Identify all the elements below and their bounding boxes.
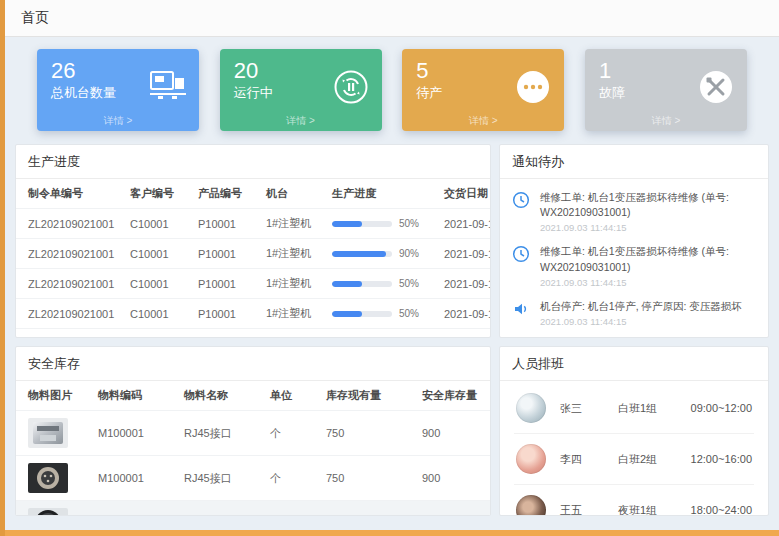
customer-no: C10001 [126,239,194,269]
production-progress-panel: 生产进度 制令单编号 客户编号 产品编号 机台 生产进度 交货日期 [15,144,491,338]
progress-label: 50% [399,278,419,289]
bottom-grid: 安全库存 物料图片 物料编码 物料名称 单位 库存现有量 安全库存量 [15,346,769,516]
col-header: 库存现有量 [322,381,418,411]
staff-shift: 白班2组 [618,452,690,467]
safety-stock-panel-title: 安全库存 [16,347,490,381]
material-name: RJ45接口 [180,456,266,501]
material-unit: 个 [266,456,322,501]
staff-schedule-list: 张三 白班1组 09:00~12:00 李四 白班2组 12:00~16:00 … [500,381,768,516]
progress-label: 50% [399,218,419,229]
order-no: ZL202109021001 [16,299,126,329]
staff-schedule-panel: 人员排班 张三 白班1组 09:00~12:00 李四 白班2组 12:00~1… [499,346,769,516]
stock-qty: 750 [322,456,418,501]
stat-detail-link[interactable]: 详情 > [37,114,199,128]
notification-text: 维修工单: 机台1变压器损坏待维修 (单号: WX202109031001) [540,244,756,274]
order-no: ZL202109021001 [16,239,126,269]
col-header: 客户编号 [126,179,194,209]
notification-time: 2021.09.03 11:44:15 [540,316,742,327]
staff-name: 王五 [560,503,618,517]
customer-no: C10001 [126,269,194,299]
window-left-edge [0,0,5,536]
stock-qty: 750 [322,411,418,456]
machine: 1#注塑机 [262,239,328,269]
progress-bar [332,281,392,287]
delivery-date: 2021-09-10 [440,209,491,239]
material-name: RJ45接口 [180,411,266,456]
stock-qty: 750 [322,501,418,517]
notification-item[interactable]: 机台停产: 机台1停产, 停产原因: 变压器损坏 2021.09.03 11:4… [510,293,758,332]
safety-stock-table: 物料图片 物料编码 物料名称 单位 库存现有量 安全库存量 [16,381,491,516]
stat-card-running[interactable]: 20 运行中 详情 > [220,49,382,131]
staff-name: 李四 [560,452,618,467]
clock-icon [512,190,532,233]
notification-item[interactable]: 计划暂停: 机台1生产计划已暂停 2021.09.03 11:44:15 [510,332,758,338]
col-header: 物料名称 [180,381,266,411]
rj45-connector-photo [28,418,68,448]
product-no: P10001 [194,239,262,269]
stat-card-pending[interactable]: 5 待产 详情 > [402,49,564,131]
running-icon [333,69,369,105]
stat-detail-link[interactable]: 详情 > [585,114,747,128]
progress-label: 50% [399,308,419,319]
top-grid: 生产进度 制令单编号 客户编号 产品编号 机台 生产进度 交货日期 [15,144,769,338]
delivery-date: 2021-09-10 [440,299,491,329]
col-header: 单位 [266,381,322,411]
speaker-photo [28,508,68,516]
avatar [516,495,546,516]
table-header-row: 物料图片 物料编码 物料名称 单位 库存现有量 安全库存量 [16,381,491,411]
round-connector-photo [28,463,68,493]
notification-time: 2021.09.03 11:44:15 [540,222,756,233]
stat-detail-link[interactable]: 详情 > [402,114,564,128]
table-row: ZL202109021001 C10001 P10001 1#注塑机 50% 2… [16,299,491,329]
product-no: P10001 [194,299,262,329]
order-no: ZL202109021001 [16,329,126,339]
progress-bar [332,221,392,227]
product-no: P10001 [194,209,262,239]
notification-text: 维修工单: 机台1变压器损坏待维修 (单号: WX202109031001) [540,190,756,220]
col-header: 制令单编号 [16,179,126,209]
progress-bar [332,311,392,317]
safety-stock-panel: 安全库存 物料图片 物料编码 物料名称 单位 库存现有量 安全库存量 [15,346,491,516]
speaker-icon [512,299,532,327]
notification-text: 机台停产: 机台1停产, 停产原因: 变压器损坏 [540,299,742,314]
machine-icon [150,69,186,105]
table-row: M100001 RJ45接口 个 750 900 [16,456,491,501]
customer-no: C10001 [126,329,194,339]
notification-item[interactable]: 维修工单: 机台1变压器损坏待维修 (单号: WX202109031001) 2… [510,184,758,238]
notifications-list: 维修工单: 机台1变压器损坏待维修 (单号: WX202109031001) 2… [500,179,768,338]
safety-qty: 900 [418,456,491,501]
col-header: 安全库存量 [418,381,491,411]
table-row: ZL202109021001 C10001 P10001 1#注塑机 50% 2… [16,209,491,239]
stat-card-total-machines[interactable]: 26 总机台数量 详情 > [37,49,199,131]
production-table: 制令单编号 客户编号 产品编号 机台 生产进度 交货日期 ZL202109021… [16,179,491,338]
fault-tools-icon [698,69,734,105]
machine: 1#注塑机 [262,209,328,239]
machine: 1#注塑机 [262,269,328,299]
staff-name: 张三 [560,401,618,416]
window-bottom-edge [0,530,779,536]
col-header: 产品编号 [194,179,262,209]
staff-time: 09:00~12:00 [690,402,752,414]
delivery-date: 2021-09-10 [440,329,491,339]
machine: 1#注塑机 [262,299,328,329]
col-header: 机台 [262,179,328,209]
stat-card-fault[interactable]: 1 故障 详情 > [585,49,747,131]
avatar [516,393,546,423]
material-code: M100001 [94,411,180,456]
staff-schedule-panel-title: 人员排班 [500,347,768,381]
table-row: ZL202109021001 C10001 P10001 1#注塑机 50% 2… [16,269,491,299]
staff-time: 12:00~16:00 [690,453,752,465]
customer-no: C10001 [126,209,194,239]
product-no: P10001 [194,329,262,339]
stat-detail-link[interactable]: 详情 > [220,114,382,128]
machine: 1#注塑机 [262,329,328,339]
notification-item[interactable]: 维修工单: 机台1变压器损坏待维修 (单号: WX202109031001) 2… [510,238,758,292]
staff-time: 18:00~24:00 [690,504,752,516]
table-row: M100001 RJ45接口 个 750 900 [16,411,491,456]
delivery-date: 2021-09-10 [440,269,491,299]
clock-icon [512,244,532,287]
table-row: M100001 RJ45接口 个 750 900 [16,501,491,517]
table-row: ZL202109021001 C10001 P10001 1#注塑机 50% 2… [16,329,491,339]
notifications-panel: 通知待办 维修工单: 机台1变压器损坏待维修 (单号: WX2021090310… [499,144,769,338]
col-header: 生产进度 [328,179,440,209]
